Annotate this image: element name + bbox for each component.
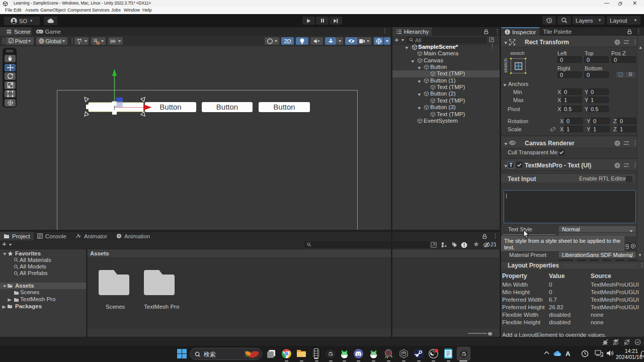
svg-text:?: ? bbox=[616, 141, 619, 146]
svg-text:?: ? bbox=[616, 163, 619, 168]
svg-text:T: T bbox=[509, 162, 512, 168]
svg-text:?: ? bbox=[616, 40, 619, 45]
